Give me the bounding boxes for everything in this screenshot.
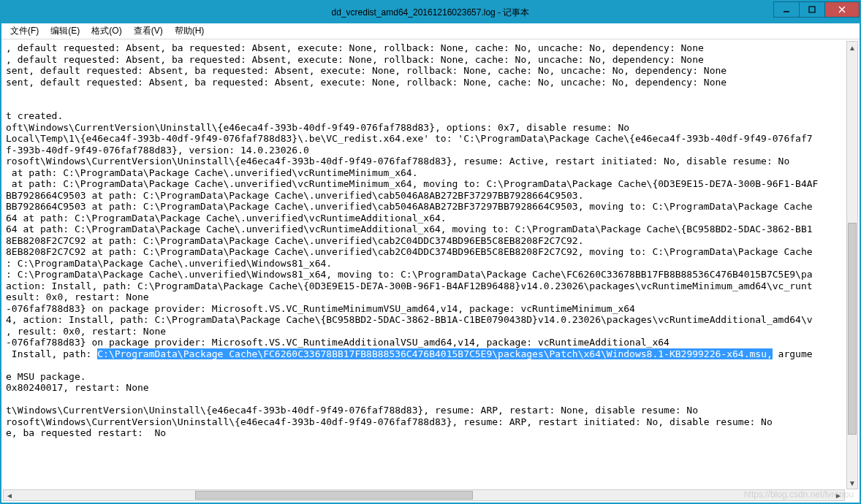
horizontal-scrollbar[interactable]: ◄ ► [3,489,845,501]
scroll-left-arrow[interactable]: ◄ [4,490,15,500]
horizontal-scroll-thumb[interactable] [195,491,473,500]
menu-file[interactable]: 文件(F) [4,23,45,39]
window-title: dd_vcredist_amd64_20161216023657.log - 记… [1,7,860,19]
menu-view[interactable]: 查看(V) [128,23,169,39]
vertical-scrollbar[interactable]: ▲ ▼ [846,41,858,489]
log-text-area[interactable]: , default requested: Absent, ba requeste… [3,41,858,488]
svg-rect-1 [809,7,815,12]
close-button[interactable] [824,1,860,18]
scroll-right-arrow[interactable]: ► [832,490,844,500]
window-controls [774,1,860,23]
content-area: , default requested: Absent, ba requeste… [1,39,860,503]
scroll-up-arrow[interactable]: ▲ [847,42,857,53]
menu-edit[interactable]: 编辑(E) [45,23,86,39]
maximize-button[interactable] [799,1,825,18]
scroll-down-arrow[interactable]: ▼ [847,477,857,489]
menu-help[interactable]: 帮助(H) [169,23,210,39]
horizontal-scroll-track[interactable] [15,490,832,500]
menubar: 文件(F) 编辑(E) 格式(O) 查看(V) 帮助(H) [1,23,860,39]
vertical-scroll-thumb[interactable] [848,223,857,435]
menu-format[interactable]: 格式(O) [86,23,127,39]
titlebar: dd_vcredist_amd64_20161216023657.log - 记… [1,1,860,23]
vertical-scroll-track[interactable] [847,53,857,477]
minimize-button[interactable] [773,1,800,18]
